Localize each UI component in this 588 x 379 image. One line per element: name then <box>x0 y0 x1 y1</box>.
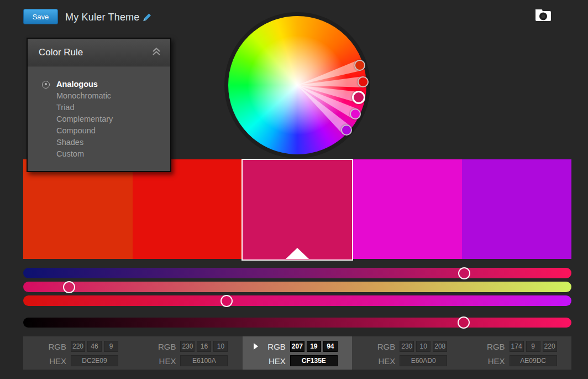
swatch-5[interactable] <box>462 159 571 259</box>
color-wheel[interactable] <box>224 12 370 158</box>
hex-field[interactable] <box>290 355 338 366</box>
rule-option-custom[interactable]: Custom <box>28 148 170 160</box>
rule-option-shades[interactable]: Shades <box>28 137 170 148</box>
rule-option-label: Complementary <box>56 115 113 123</box>
rule-option-analogous[interactable]: Analogous <box>28 79 170 90</box>
r-field[interactable] <box>71 341 85 352</box>
double-chevron-up-icon[interactable] <box>151 47 161 58</box>
b-field[interactable] <box>104 341 118 352</box>
value-bar: RGB HEX RGB HEX RGB HEX <box>23 336 571 370</box>
rule-option-label: Analogous <box>56 80 98 89</box>
color-slider-1[interactable] <box>23 268 571 278</box>
hex-label: HEX <box>483 356 505 366</box>
wheel-dot[interactable] <box>341 124 352 136</box>
g-field[interactable] <box>307 341 321 352</box>
b-field[interactable] <box>433 341 447 352</box>
rule-option-triad[interactable]: Triad <box>28 102 170 113</box>
hex-field[interactable] <box>400 355 447 366</box>
r-field[interactable] <box>510 341 524 352</box>
swatch-4[interactable] <box>353 159 463 259</box>
swatch-1[interactable] <box>23 159 133 259</box>
rgb-label: RGB <box>483 342 505 351</box>
rule-option-complementary[interactable]: Complementary <box>28 113 170 125</box>
rule-option-label: Shades <box>56 138 83 147</box>
hex-field[interactable] <box>71 355 118 366</box>
theme-title[interactable]: My Kuler Theme <box>65 12 140 23</box>
slider-handle[interactable] <box>63 281 75 293</box>
g-field[interactable] <box>416 341 431 352</box>
wheel-dot[interactable] <box>354 60 365 71</box>
value-column-1: RGB HEX <box>23 336 133 370</box>
rule-option-label: Custom <box>56 149 84 158</box>
wheel-dot[interactable] <box>350 108 361 120</box>
hex-label: HEX <box>264 356 286 366</box>
color-rule-title: Color Rule <box>39 47 151 58</box>
selected-color-arrow-icon <box>254 343 258 350</box>
value-column-5: RGB HEX <box>462 336 571 370</box>
radio-selected-icon <box>42 81 50 89</box>
slider-handle[interactable] <box>458 316 470 329</box>
r-field[interactable] <box>400 341 414 352</box>
value-column-2: RGB HEX <box>133 336 242 370</box>
swatch-row <box>23 159 571 259</box>
rule-option-label: Monochromatic <box>56 91 111 100</box>
color-slider-2[interactable] <box>23 282 571 292</box>
save-button[interactable]: Save <box>23 9 58 24</box>
rgb-label: RGB <box>373 342 395 351</box>
rgb-label: RGB <box>154 342 176 351</box>
rgb-label: RGB <box>264 342 286 351</box>
value-column-3-selected: RGB HEX <box>243 336 352 370</box>
hex-label: HEX <box>44 356 66 366</box>
g-field[interactable] <box>526 341 540 352</box>
color-slider-3[interactable] <box>23 295 571 306</box>
color-rule-list: Analogous Monochromatic Triad Complement… <box>28 66 170 171</box>
rgb-label: RGB <box>44 342 66 351</box>
rule-option-compound[interactable]: Compound <box>28 125 170 137</box>
wheel-dot-selected[interactable] <box>352 91 365 104</box>
triangle-pointer <box>286 248 309 259</box>
color-rule-panel: Color Rule Analogous Monochromatic Triad… <box>27 38 171 172</box>
brightness-slider[interactable] <box>23 318 571 328</box>
b-field[interactable] <box>323 341 338 352</box>
hex-label: HEX <box>373 356 395 366</box>
value-column-4: RGB HEX <box>352 336 461 370</box>
b-field[interactable] <box>543 341 557 352</box>
slider-handle[interactable] <box>221 295 233 307</box>
r-field[interactable] <box>290 341 305 352</box>
color-rule-header[interactable]: Color Rule <box>28 39 170 66</box>
wheel-dot[interactable] <box>358 76 369 87</box>
r-field[interactable] <box>180 341 195 352</box>
pencil-icon[interactable] <box>141 12 153 23</box>
slider-handle[interactable] <box>458 267 470 279</box>
rule-option-label: Triad <box>56 103 75 112</box>
swatch-3-selected[interactable] <box>242 159 353 261</box>
hex-field[interactable] <box>180 355 228 366</box>
hex-label: HEX <box>154 356 176 366</box>
b-field[interactable] <box>213 341 228 352</box>
g-field[interactable] <box>87 341 102 352</box>
rule-option-monochromatic[interactable]: Monochromatic <box>28 90 170 102</box>
camera-icon[interactable] <box>533 8 554 25</box>
hex-field[interactable] <box>510 355 557 366</box>
g-field[interactable] <box>197 341 211 352</box>
swatch-2[interactable] <box>133 159 242 259</box>
rule-option-label: Compound <box>56 126 96 135</box>
